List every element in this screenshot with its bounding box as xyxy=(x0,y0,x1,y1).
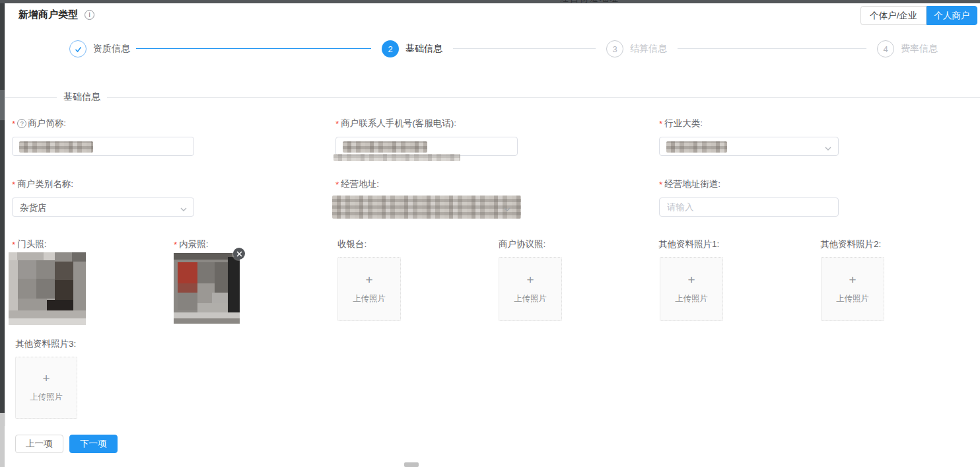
background-overlay-text: 经营街道地址 xyxy=(560,0,619,3)
contact-phone-input[interactable] xyxy=(335,137,518,156)
field-label-merchant-category-name: * 商户类别名称: xyxy=(12,178,73,190)
upload-box-agreement[interactable]: + 上传照片 xyxy=(499,257,562,321)
field-label-business-address: * 经营地址: xyxy=(335,178,379,190)
industry-category-select[interactable] xyxy=(659,137,839,156)
step-4-number: 4 xyxy=(877,40,894,57)
info-icon[interactable]: i xyxy=(85,10,94,20)
field-label-text: 经营地址: xyxy=(341,178,379,190)
redacted-value xyxy=(666,141,727,153)
field-label-contact-phone: * 商户联系人手机号(客服电话): xyxy=(335,118,456,129)
background-left-strip-bottom xyxy=(0,413,5,467)
merchant-category-name-select[interactable]: 杂货店 xyxy=(12,198,194,217)
merchant-type-switch: 个体户/企业 个人商户 xyxy=(860,6,977,25)
next-step-button[interactable]: 下一项 xyxy=(69,435,118,453)
upload-label-interior: * 内景照: xyxy=(174,238,209,250)
required-mark: * xyxy=(12,180,15,190)
plus-icon: + xyxy=(365,274,372,286)
step-connector-1-2 xyxy=(136,48,371,49)
redaction-artifact xyxy=(333,154,460,161)
step-1-label: 资质信息 xyxy=(93,43,130,55)
plus-icon: + xyxy=(42,373,50,384)
upload-label-other-1: 其他资料照片1: xyxy=(658,238,719,250)
field-label-industry-category: * 行业大类: xyxy=(659,118,703,129)
upload-box-text: 上传照片 xyxy=(30,392,63,403)
screen: 经营街道地址 新增商户类型 i 个体户/企业 个人商户 资质信息 2 基础信息 … xyxy=(0,0,980,467)
chevron-down-icon xyxy=(180,204,188,216)
upload-label-text: 其他资料照片1: xyxy=(658,238,719,250)
merchant-type-individual-business-button[interactable]: 个体户/企业 xyxy=(860,6,927,25)
field-label-text: 商户联系人手机号(客服电话): xyxy=(341,118,456,129)
step-1-check-icon xyxy=(69,40,87,57)
required-mark: * xyxy=(659,180,662,190)
step-connector-3-4 xyxy=(678,48,866,49)
field-label-text: 行业大类: xyxy=(664,118,703,129)
upload-box-text: 上传照片 xyxy=(836,293,869,305)
plus-icon: + xyxy=(849,274,856,286)
upload-label-text: 其他资料照片2: xyxy=(820,238,881,250)
upload-label-other-3: 其他资料照片3: xyxy=(15,338,76,350)
upload-label-storefront: * 门头照: xyxy=(12,238,47,250)
field-label-merchant-short-name: * ? 商户简称: xyxy=(12,118,66,129)
step-2-number: 2 xyxy=(382,40,399,57)
previous-step-button[interactable]: 上一项 xyxy=(15,435,63,453)
step-4-rate[interactable]: 4 费率信息 xyxy=(877,40,938,57)
section-divider: 基础信息 xyxy=(5,97,980,98)
background-left-strip xyxy=(0,0,5,413)
upload-label-cashier: 收银台: xyxy=(337,238,367,250)
field-label-text: 商户类别名称: xyxy=(17,178,73,190)
upload-label-other-2: 其他资料照片2: xyxy=(820,238,881,250)
field-label-text: 商户简称: xyxy=(28,118,66,129)
plus-icon: + xyxy=(687,274,695,286)
upload-box-text: 上传照片 xyxy=(353,293,386,305)
step-3-label: 结算信息 xyxy=(630,43,667,55)
business-address-cascader[interactable] xyxy=(335,198,518,217)
redacted-value xyxy=(332,196,521,219)
storefront-photo-thumbnail[interactable] xyxy=(9,252,86,325)
page-title: 新增商户类型 xyxy=(18,9,78,21)
business-address-street-input[interactable] xyxy=(659,198,839,217)
background-top-strip: 经营街道地址 xyxy=(0,0,980,3)
remove-photo-icon[interactable] xyxy=(233,248,245,260)
upload-label-text: 商户协议照: xyxy=(499,238,545,250)
step-connector-2-3 xyxy=(453,48,596,49)
upload-box-other-1[interactable]: + 上传照片 xyxy=(660,257,723,321)
help-icon[interactable]: ? xyxy=(17,119,26,128)
required-mark: * xyxy=(12,240,15,250)
street-text-input[interactable] xyxy=(660,198,838,216)
section-title: 基础信息 xyxy=(57,91,107,103)
step-4-label: 费率信息 xyxy=(901,43,938,55)
step-2-basic-info[interactable]: 2 基础信息 xyxy=(382,40,442,57)
redacted-value xyxy=(19,141,93,153)
chevron-down-icon xyxy=(503,204,511,216)
plus-icon: + xyxy=(526,274,534,286)
chevron-down-icon xyxy=(824,143,832,155)
upload-label-text: 其他资料照片3: xyxy=(15,338,76,350)
step-3-settlement[interactable]: 3 结算信息 xyxy=(606,40,667,57)
upload-label-text: 收银台: xyxy=(337,238,367,250)
upload-label-text: 门头照: xyxy=(17,238,46,250)
left-scrollbar-thumb[interactable] xyxy=(0,90,5,120)
upload-box-other-2[interactable]: + 上传照片 xyxy=(821,257,884,321)
field-label-text: 经营地址街道: xyxy=(664,178,720,190)
merchant-short-name-input[interactable] xyxy=(12,137,194,156)
step-1-qualification[interactable]: 资质信息 xyxy=(69,40,130,57)
selected-value: 杂货店 xyxy=(20,202,47,214)
step-2-label: 基础信息 xyxy=(405,43,442,55)
required-mark: * xyxy=(174,240,177,250)
required-mark: * xyxy=(335,119,339,129)
upload-label-agreement: 商户协议照: xyxy=(499,238,545,250)
upload-box-other-3[interactable]: + 上传照片 xyxy=(15,357,77,419)
required-mark: * xyxy=(12,119,15,129)
panel-left-border xyxy=(5,3,5,426)
step-3-number: 3 xyxy=(606,40,623,57)
redacted-value xyxy=(343,141,427,153)
required-mark: * xyxy=(659,119,662,129)
upload-label-text: 内景照: xyxy=(179,238,208,250)
required-mark: * xyxy=(335,180,339,190)
interior-photo-thumbnail[interactable] xyxy=(174,253,240,324)
field-label-business-address-street: * 经营地址街道: xyxy=(659,178,720,190)
upload-box-text: 上传照片 xyxy=(675,293,708,305)
merchant-type-personal-button[interactable]: 个人商户 xyxy=(927,6,977,25)
bottom-scrollbar-thumb[interactable] xyxy=(404,462,419,467)
upload-box-cashier[interactable]: + 上传照片 xyxy=(337,257,401,321)
